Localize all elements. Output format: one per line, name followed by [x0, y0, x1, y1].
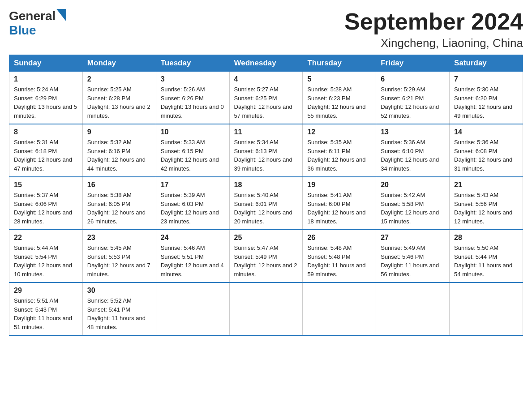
table-row: 17 Sunrise: 5:39 AMSunset: 6:03 PMDaylig…	[156, 177, 229, 230]
day-info: Sunrise: 5:36 AMSunset: 6:10 PMDaylight:…	[381, 139, 439, 172]
calendar-title-block: September 2024 Xingcheng, Liaoning, Chin…	[344, 9, 523, 50]
table-row: 26 Sunrise: 5:48 AMSunset: 5:48 PMDaylig…	[303, 230, 376, 283]
logo-blue-text: Blue	[9, 23, 36, 37]
table-row: 4 Sunrise: 5:27 AMSunset: 6:25 PMDayligh…	[229, 72, 303, 124]
day-number: 10	[161, 128, 225, 136]
day-info: Sunrise: 5:46 AMSunset: 5:51 PMDaylight:…	[161, 244, 224, 278]
page-header: General Blue September 2024 Xingcheng, L…	[9, 9, 523, 50]
day-info: Sunrise: 5:47 AMSunset: 5:49 PMDaylight:…	[234, 244, 297, 278]
day-number: 14	[454, 128, 518, 136]
table-row: 11 Sunrise: 5:34 AMSunset: 6:13 PMDaylig…	[229, 124, 303, 177]
table-row: 7 Sunrise: 5:30 AMSunset: 6:20 PMDayligh…	[450, 72, 523, 124]
table-row: 16 Sunrise: 5:38 AMSunset: 6:05 PMDaylig…	[82, 177, 156, 230]
day-info: Sunrise: 5:50 AMSunset: 5:44 PMDaylight:…	[454, 244, 512, 278]
table-row: 27 Sunrise: 5:49 AMSunset: 5:46 PMDaylig…	[376, 230, 450, 283]
table-row	[376, 283, 450, 335]
header-thursday: Thursday	[303, 55, 376, 72]
day-number: 25	[234, 234, 298, 242]
table-row: 24 Sunrise: 5:46 AMSunset: 5:51 PMDaylig…	[156, 230, 229, 283]
day-info: Sunrise: 5:36 AMSunset: 6:08 PMDaylight:…	[454, 139, 512, 172]
table-row: 10 Sunrise: 5:33 AMSunset: 6:15 PMDaylig…	[156, 124, 229, 177]
day-info: Sunrise: 5:28 AMSunset: 6:23 PMDaylight:…	[307, 86, 365, 119]
day-number: 21	[454, 181, 518, 189]
day-number: 3	[161, 75, 225, 83]
day-number: 12	[307, 128, 371, 136]
day-info: Sunrise: 5:39 AMSunset: 6:03 PMDaylight:…	[161, 192, 219, 225]
calendar-week-row: 8 Sunrise: 5:31 AMSunset: 6:18 PMDayligh…	[9, 124, 523, 177]
header-tuesday: Tuesday	[156, 55, 229, 72]
day-info: Sunrise: 5:31 AMSunset: 6:18 PMDaylight:…	[14, 139, 72, 172]
calendar-week-row: 15 Sunrise: 5:37 AMSunset: 6:06 PMDaylig…	[9, 177, 523, 230]
day-number: 15	[14, 181, 78, 189]
day-info: Sunrise: 5:48 AMSunset: 5:48 PMDaylight:…	[307, 244, 365, 278]
calendar-title: September 2024	[344, 9, 523, 34]
day-number: 23	[87, 234, 151, 242]
day-number: 26	[307, 234, 371, 242]
table-row: 23 Sunrise: 5:45 AMSunset: 5:53 PMDaylig…	[82, 230, 156, 283]
day-info: Sunrise: 5:27 AMSunset: 6:25 PMDaylight:…	[234, 86, 292, 119]
day-number: 4	[234, 75, 298, 83]
header-friday: Friday	[376, 55, 450, 72]
table-row: 29 Sunrise: 5:51 AMSunset: 5:43 PMDaylig…	[9, 283, 83, 335]
calendar-header-row: Sunday Monday Tuesday Wednesday Thursday…	[9, 55, 523, 72]
table-row: 8 Sunrise: 5:31 AMSunset: 6:18 PMDayligh…	[9, 124, 83, 177]
day-number: 13	[381, 128, 445, 136]
table-row	[229, 283, 303, 335]
table-row: 19 Sunrise: 5:41 AMSunset: 6:00 PMDaylig…	[303, 177, 376, 230]
day-number: 1	[14, 75, 78, 83]
logo: General Blue	[9, 9, 66, 38]
table-row: 3 Sunrise: 5:26 AMSunset: 6:26 PMDayligh…	[156, 72, 229, 124]
day-number: 7	[454, 75, 518, 83]
day-number: 20	[381, 181, 445, 189]
table-row: 1 Sunrise: 5:24 AMSunset: 6:29 PMDayligh…	[9, 72, 83, 124]
day-info: Sunrise: 5:42 AMSunset: 5:58 PMDaylight:…	[381, 192, 439, 225]
day-info: Sunrise: 5:40 AMSunset: 6:01 PMDaylight:…	[234, 192, 292, 225]
table-row: 18 Sunrise: 5:40 AMSunset: 6:01 PMDaylig…	[229, 177, 303, 230]
table-row: 6 Sunrise: 5:29 AMSunset: 6:21 PMDayligh…	[376, 72, 450, 124]
logo-general-text: General	[9, 9, 56, 23]
day-info: Sunrise: 5:26 AMSunset: 6:26 PMDaylight:…	[161, 86, 224, 119]
day-number: 17	[161, 181, 225, 189]
header-monday: Monday	[82, 55, 156, 72]
table-row: 25 Sunrise: 5:47 AMSunset: 5:49 PMDaylig…	[229, 230, 303, 283]
day-number: 6	[381, 75, 445, 83]
table-row: 13 Sunrise: 5:36 AMSunset: 6:10 PMDaylig…	[376, 124, 450, 177]
table-row: 5 Sunrise: 5:28 AMSunset: 6:23 PMDayligh…	[303, 72, 376, 124]
day-number: 8	[14, 128, 78, 136]
day-info: Sunrise: 5:32 AMSunset: 6:16 PMDaylight:…	[87, 139, 146, 172]
table-row: 30 Sunrise: 5:52 AMSunset: 5:41 PMDaylig…	[82, 283, 156, 335]
day-info: Sunrise: 5:38 AMSunset: 6:05 PMDaylight:…	[87, 192, 146, 225]
day-info: Sunrise: 5:30 AMSunset: 6:20 PMDaylight:…	[454, 86, 512, 119]
table-row: 21 Sunrise: 5:43 AMSunset: 5:56 PMDaylig…	[450, 177, 523, 230]
logo-triangle-icon	[56, 9, 66, 21]
table-row	[156, 283, 229, 335]
day-number: 16	[87, 181, 151, 189]
day-number: 30	[87, 287, 151, 295]
table-row	[450, 283, 523, 335]
day-number: 27	[381, 234, 445, 242]
calendar-week-row: 29 Sunrise: 5:51 AMSunset: 5:43 PMDaylig…	[9, 283, 523, 335]
day-number: 22	[14, 234, 78, 242]
day-info: Sunrise: 5:37 AMSunset: 6:06 PMDaylight:…	[14, 192, 72, 225]
day-info: Sunrise: 5:41 AMSunset: 6:00 PMDaylight:…	[307, 192, 365, 225]
table-row: 20 Sunrise: 5:42 AMSunset: 5:58 PMDaylig…	[376, 177, 450, 230]
table-row: 22 Sunrise: 5:44 AMSunset: 5:54 PMDaylig…	[9, 230, 83, 283]
table-row: 28 Sunrise: 5:50 AMSunset: 5:44 PMDaylig…	[450, 230, 523, 283]
day-info: Sunrise: 5:43 AMSunset: 5:56 PMDaylight:…	[454, 192, 512, 225]
day-info: Sunrise: 5:29 AMSunset: 6:21 PMDaylight:…	[381, 86, 439, 119]
day-number: 9	[87, 128, 151, 136]
day-info: Sunrise: 5:24 AMSunset: 6:29 PMDaylight:…	[14, 86, 77, 119]
table-row: 2 Sunrise: 5:25 AMSunset: 6:28 PMDayligh…	[82, 72, 156, 124]
day-info: Sunrise: 5:33 AMSunset: 6:15 PMDaylight:…	[161, 139, 219, 172]
table-row	[303, 283, 376, 335]
day-info: Sunrise: 5:34 AMSunset: 6:13 PMDaylight:…	[234, 139, 292, 172]
header-saturday: Saturday	[450, 55, 523, 72]
day-number: 11	[234, 128, 298, 136]
calendar-table: Sunday Monday Tuesday Wednesday Thursday…	[9, 55, 523, 336]
day-number: 28	[454, 234, 518, 242]
day-number: 2	[87, 75, 151, 83]
day-info: Sunrise: 5:35 AMSunset: 6:11 PMDaylight:…	[307, 139, 365, 172]
day-info: Sunrise: 5:45 AMSunset: 5:53 PMDaylight:…	[87, 244, 150, 278]
day-number: 18	[234, 181, 298, 189]
svg-marker-0	[56, 9, 66, 21]
